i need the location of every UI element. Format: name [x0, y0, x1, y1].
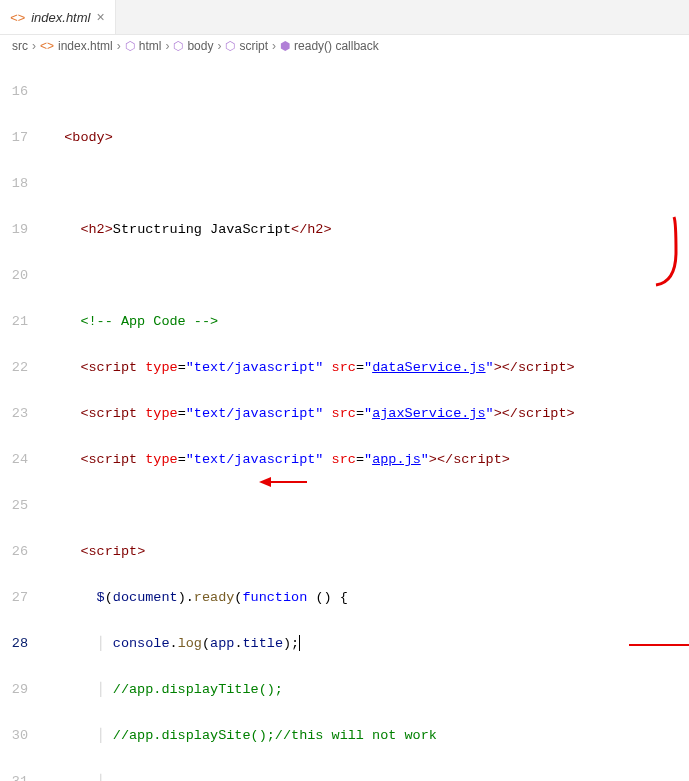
method-icon: ⬢ — [280, 39, 290, 53]
file-html-icon: <> — [10, 10, 25, 25]
breadcrumb-item[interactable]: html — [139, 39, 162, 53]
breadcrumb-item[interactable]: script — [239, 39, 268, 53]
chevron-right-icon: › — [117, 39, 121, 53]
symbol-icon: ⬡ — [173, 39, 183, 53]
tab-index-html[interactable]: <> index.html × — [0, 0, 116, 34]
breadcrumb: src › <> index.html › ⬡ html › ⬡ body › … — [0, 35, 689, 57]
breadcrumb-item[interactable]: index.html — [58, 39, 113, 53]
code-area[interactable]: 16 17 <body> 18 19 <h2>Structruing JavaS… — [0, 57, 689, 781]
breadcrumb-item[interactable]: ready() callback — [294, 39, 379, 53]
symbol-icon: ⬡ — [225, 39, 235, 53]
close-icon[interactable]: × — [96, 9, 104, 25]
breadcrumb-item[interactable]: body — [187, 39, 213, 53]
tab-filename: index.html — [31, 10, 90, 25]
chevron-right-icon: › — [217, 39, 221, 53]
file-html-icon: <> — [40, 39, 54, 53]
breadcrumb-item[interactable]: src — [12, 39, 28, 53]
annotation-bracket — [605, 194, 684, 318]
code-editor[interactable]: 16 17 <body> 18 19 <h2>Structruing JavaS… — [0, 57, 689, 781]
tab-bar: <> index.html × — [0, 0, 689, 35]
chevron-right-icon: › — [272, 39, 276, 53]
text-cursor — [299, 635, 300, 651]
chevron-right-icon: › — [32, 39, 36, 53]
svg-marker-1 — [259, 477, 271, 487]
symbol-icon: ⬡ — [125, 39, 135, 53]
chevron-right-icon: › — [165, 39, 169, 53]
